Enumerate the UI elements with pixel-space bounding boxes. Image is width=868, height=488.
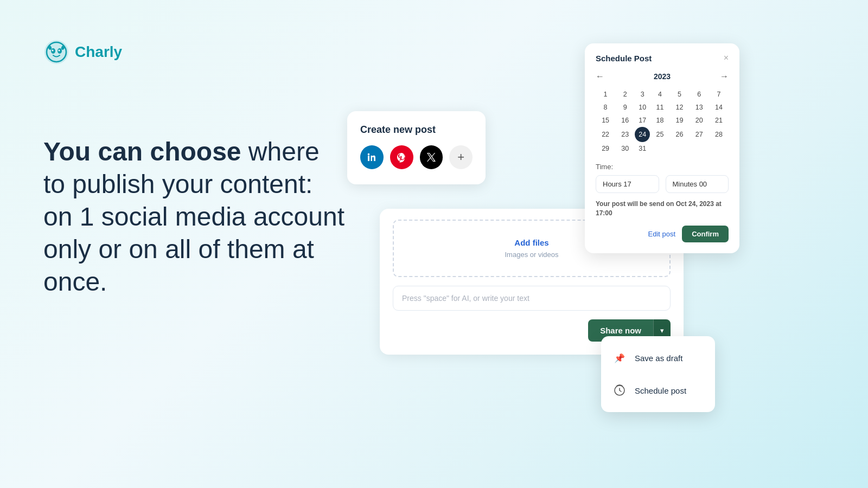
- schedule-info-text: Your post will be send on Oct 24, 2023 a…: [596, 200, 722, 217]
- save-draft-icon: 📌: [612, 350, 627, 365]
- calendar-day[interactable]: 6: [690, 88, 709, 101]
- save-as-draft-item[interactable]: 📌 Save as draft: [601, 342, 715, 374]
- post-text-input[interactable]: Press "space" for AI, or write your text: [393, 286, 671, 311]
- calendar-day[interactable]: 11: [650, 101, 669, 114]
- calendar-day[interactable]: 17: [635, 114, 650, 127]
- schedule-card-title: Schedule Post: [596, 54, 652, 63]
- schedule-post-card: Schedule Post × ← 2023 → 123456789101112…: [585, 43, 739, 253]
- calendar-day: [650, 142, 669, 155]
- schedule-info: Your post will be send on Oct 24, 2023 a…: [596, 200, 729, 218]
- schedule-post-icon: [612, 383, 627, 398]
- calendar-day[interactable]: 22: [596, 127, 615, 142]
- social-icons-row: +: [360, 145, 473, 169]
- calendar-prev-button[interactable]: ←: [596, 72, 604, 81]
- calendar-day[interactable]: 19: [669, 114, 689, 127]
- hero-bold: You can choose: [43, 137, 241, 166]
- x-twitter-icon[interactable]: [420, 145, 443, 169]
- schedule-close-button[interactable]: ×: [724, 53, 729, 63]
- schedule-actions: Edit post Confirm: [596, 226, 729, 242]
- calendar-day[interactable]: 5: [669, 88, 689, 101]
- calendar-day[interactable]: 29: [596, 142, 615, 155]
- calendar-day[interactable]: 1: [596, 88, 615, 101]
- calendar-day: [709, 142, 729, 155]
- calendar-day[interactable]: 9: [615, 101, 635, 114]
- calendar-day[interactable]: 18: [650, 114, 669, 127]
- calendar-day[interactable]: 30: [615, 142, 635, 155]
- svg-point-0: [44, 40, 68, 64]
- calendar-next-button[interactable]: →: [720, 72, 729, 81]
- calendar-year: 2023: [654, 72, 671, 81]
- schedule-post-item[interactable]: Schedule post: [601, 374, 715, 407]
- calendar-day[interactable]: 10: [635, 101, 650, 114]
- linkedin-icon[interactable]: [360, 145, 384, 169]
- svg-rect-9: [368, 156, 369, 161]
- calendar-day[interactable]: 2: [615, 88, 635, 101]
- minutes-input[interactable]: Minutes 00: [666, 175, 729, 193]
- calendar-day[interactable]: 27: [690, 127, 709, 142]
- calendar-day[interactable]: 16: [615, 114, 635, 127]
- hero-text-block: You can choose where to publish your con…: [43, 136, 347, 298]
- calendar-day[interactable]: 12: [669, 101, 689, 114]
- charly-logo-icon: [43, 39, 69, 65]
- calendar-grid: 1234567891011121314151617181920212223242…: [596, 88, 729, 155]
- calendar-day[interactable]: 3: [635, 88, 650, 101]
- calendar-day[interactable]: 23: [615, 127, 635, 142]
- calendar-day[interactable]: 8: [596, 101, 615, 114]
- svg-point-5: [59, 50, 60, 52]
- schedule-card-header: Schedule Post ×: [596, 53, 729, 63]
- calendar-day[interactable]: 31: [635, 142, 650, 155]
- calendar-day[interactable]: 15: [596, 114, 615, 127]
- pinterest-icon[interactable]: [390, 145, 413, 169]
- logo-area: Charly: [43, 39, 122, 65]
- create-post-title: Create new post: [360, 124, 473, 136]
- calendar-day[interactable]: 13: [690, 101, 709, 114]
- calendar-day: [669, 142, 689, 155]
- hours-input[interactable]: Hours 17: [596, 175, 659, 193]
- calendar-day[interactable]: 7: [709, 88, 729, 101]
- add-social-icon[interactable]: +: [449, 145, 473, 169]
- calendar-nav: ← 2023 →: [596, 72, 729, 81]
- calendar-day[interactable]: 28: [709, 127, 729, 142]
- confirm-button[interactable]: Confirm: [682, 226, 729, 242]
- time-label: Time:: [596, 163, 729, 171]
- edit-post-button[interactable]: Edit post: [648, 230, 676, 238]
- create-post-card: Create new post +: [347, 111, 486, 184]
- logo-text: Charly: [75, 43, 122, 61]
- calendar-day[interactable]: 24: [635, 127, 650, 142]
- calendar-day[interactable]: 26: [669, 127, 689, 142]
- time-inputs: Hours 17 Minutes 00: [596, 175, 729, 193]
- save-draft-label: Save as draft: [635, 354, 682, 363]
- calendar-day: [690, 142, 709, 155]
- svg-point-4: [52, 50, 54, 52]
- share-dropdown-menu: 📌 Save as draft Schedule post: [601, 336, 715, 412]
- calendar-day[interactable]: 4: [650, 88, 669, 101]
- calendar-day[interactable]: 25: [650, 127, 669, 142]
- calendar-day[interactable]: 14: [709, 101, 729, 114]
- calendar-day[interactable]: 21: [709, 114, 729, 127]
- calendar-day[interactable]: 20: [690, 114, 709, 127]
- schedule-post-label: Schedule post: [635, 386, 686, 395]
- svg-point-10: [368, 153, 370, 156]
